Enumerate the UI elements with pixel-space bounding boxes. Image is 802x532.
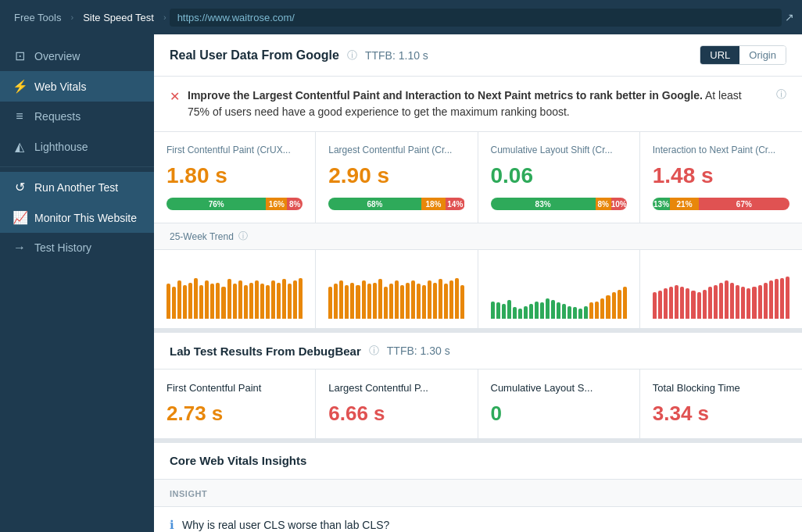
progress-segment: 68% [328,198,421,210]
trend-bar [255,280,259,319]
trend-bar [775,279,779,319]
insights-row-0[interactable]: ℹWhy is real user CLS worse than lab CLS… [154,507,802,532]
trend-bar [600,298,604,319]
alert-error-icon: ✕ [170,89,180,104]
insights-section: Core Web Vitals Insights INSIGHT ℹWhy is… [154,438,802,532]
lab-title: Lab Test Results From DebugBear [170,345,361,358]
lab-metric-label-1: Largest Contentful P... [328,382,464,394]
progress-segment: 83% [491,198,596,210]
trend-bar [502,304,506,319]
trend-bar [411,280,415,319]
progress-segment: 8% [287,198,303,210]
sidebar-item-overview[interactable]: ⊡ Overview [0,41,154,71]
trend-bar [367,284,371,319]
insights-col-label: INSIGHT [170,489,207,498]
trend-bar [540,302,544,319]
trend-bar [507,300,511,319]
sidebar-label-test-history: Test History [34,241,91,254]
trend-bar [584,306,588,320]
trend-bar [460,285,464,320]
trend-bar [199,285,203,320]
topbar-free-tools[interactable]: Free Tools [8,9,67,27]
trend-bar [433,283,437,320]
trend-bar [551,300,555,319]
trend-bar [177,280,181,319]
requests-icon: ≡ [13,109,27,123]
trend-bar [299,278,303,320]
trend-bar [277,283,281,320]
trend-bar [562,304,566,319]
lab-metric-card-2: Cumulative Layout S...0 [478,370,640,438]
trend-bar [524,306,528,320]
sidebar-item-test-history[interactable]: → Test History [0,233,154,262]
trend-bar [669,287,673,319]
overview-icon: ⊡ [13,48,27,63]
sidebar-label-lighthouse: Lighthouse [34,141,88,153]
trend-bar [691,291,695,319]
lab-metric-card-0: First Contentful Paint2.73 s [154,370,316,438]
trend-bar [455,278,459,320]
trend-bar [752,287,756,319]
trend-bar [205,280,209,319]
history-arrow-icon: → [13,241,27,255]
sidebar-label-run-another-test: Run Another Test [34,181,118,194]
sidebar-item-lighthouse[interactable]: ◭ Lighthouse [0,131,154,162]
trend-bar [529,304,533,319]
lighthouse-icon: ◭ [13,139,27,154]
trend-bar [606,295,610,319]
trend-bar [216,283,220,320]
real-user-ttfb: TTFB: 1.10 s [365,49,428,62]
crux-progress-bar-0: 76%16%8% [166,198,303,210]
url-button[interactable]: URL [700,46,739,64]
main-content: Real User Data From Google ⓘ TTFB: 1.10 … [154,34,802,532]
trend-bar [373,283,377,320]
trend-bar [400,285,404,320]
trend-bar [271,280,275,319]
trend-bar [227,279,231,319]
origin-button[interactable]: Origin [739,46,786,64]
crux-metric-label-0: First Contentful Paint (CrUX... [166,145,303,155]
real-user-header: Real User Data From Google ⓘ TTFB: 1.10 … [154,34,802,77]
topbar-url[interactable]: https://www.waitrose.com/ [170,9,782,27]
trend-bar [378,279,382,319]
trend-bar [578,309,582,320]
trend-bar [210,284,214,319]
trend-bar [780,278,784,320]
monitor-icon: 📈 [13,210,27,225]
sidebar-item-monitor-website[interactable]: 📈 Monitor This Website [0,202,154,233]
trend-card-fcp [154,250,316,328]
trend-bar [282,279,286,319]
trend-bar [675,285,678,320]
sidebar-item-run-another-test[interactable]: ↺ Run Another Test [0,172,154,202]
trend-bar [703,290,707,320]
trend-bar [618,290,621,320]
trend-bar [758,285,762,320]
trend-bar [653,292,657,319]
lab-metric-label-0: First Contentful Paint [166,382,303,394]
lab-metric-value-1: 6.66 s [328,402,464,426]
trend-bar [345,285,349,320]
trend-bar [664,288,668,319]
trend-bar [384,287,388,319]
lab-metric-value-2: 0 [491,402,627,426]
progress-segment: 76% [166,198,266,210]
real-user-title: Real User Data From Google [170,48,339,62]
external-link-icon[interactable]: ↗ [785,11,794,23]
chevron-icon-2: › [163,12,166,22]
trend-bar [293,280,297,319]
trend-bar [194,278,198,320]
lab-metric-label-3: Total Blocking Time [653,382,789,394]
crux-metric-card-0: First Contentful Paint (CrUX...1.80 s76%… [154,132,316,223]
sidebar-item-requests[interactable]: ≡ Requests [0,102,154,131]
crux-metric-card-3: Interaction to Next Paint (Cr...1.48 s13… [640,132,802,223]
trend-bar [288,284,292,319]
trend-bar [166,284,170,319]
trend-info-icon: ⓘ [238,230,248,243]
trend-bar [658,291,662,319]
trend-bar [589,302,593,319]
alert-banner: ✕ Improve the Largest Contentful Paint a… [154,77,802,132]
crux-progress-bar-2: 83%8%10% [491,198,627,210]
topbar-site-speed-test[interactable]: Site Speed Test [77,9,160,27]
sidebar-item-web-vitals[interactable]: ⚡ Web Vitals [0,71,154,102]
trend-bar [491,302,495,320]
